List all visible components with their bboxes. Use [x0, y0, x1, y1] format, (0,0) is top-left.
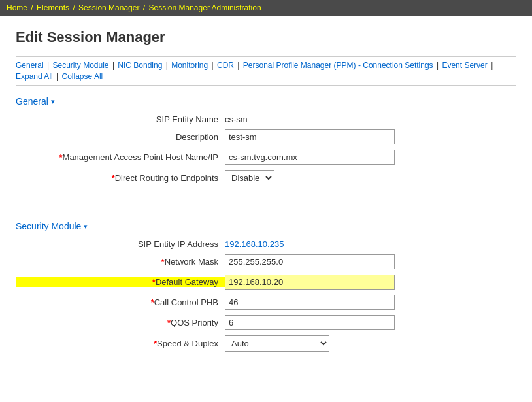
sip-entity-name-row: SIP Entity Name cs-sm	[16, 114, 516, 124]
speed-duplex-row: *Speed & Duplex Auto 10 Mbps Half Duplex…	[16, 335, 516, 352]
description-row: Description	[16, 129, 516, 144]
network-mask-row: *Network Mask	[16, 254, 516, 269]
breadcrumb-sep-1: /	[31, 3, 35, 12]
general-section: General ▾ SIP Entity Name cs-sm Descript…	[16, 96, 516, 205]
breadcrumb-session-manager[interactable]: Session Manager	[78, 3, 139, 12]
security-module-section: Security Module ▾ SIP Entity IP Address …	[16, 221, 516, 352]
nav-general[interactable]: General	[16, 61, 44, 70]
qos-priority-input[interactable]	[225, 315, 395, 330]
speed-duplex-label: *Speed & Duplex	[16, 339, 225, 348]
management-input[interactable]	[225, 150, 395, 165]
management-row: *Management Access Point Host Name/IP	[16, 150, 516, 165]
call-control-row: *Call Control PHB	[16, 295, 516, 310]
qos-priority-row: *QOS Priority	[16, 315, 516, 330]
nav-monitoring[interactable]: Monitoring	[171, 61, 208, 70]
page-title: Edit Session Manager	[16, 29, 516, 46]
security-collapse-icon: ▾	[84, 222, 88, 231]
qos-priority-label: *QOS Priority	[16, 318, 225, 327]
nav-nic-bonding[interactable]: NIC Bonding	[118, 61, 162, 70]
breadcrumb-admin[interactable]: Session Manager Administration	[148, 3, 261, 12]
nav-cdr[interactable]: CDR	[217, 61, 234, 70]
page-content: Edit Session Manager General | Security …	[0, 16, 532, 370]
breadcrumb-sep-2: /	[73, 3, 77, 12]
description-label: Description	[16, 132, 225, 142]
nav-collapse-all[interactable]: Collapse All	[62, 72, 103, 81]
nav-expand-all[interactable]: Expand All	[16, 72, 53, 81]
call-control-input[interactable]	[225, 295, 395, 310]
direct-routing-label: *Direct Routing to Endpoints	[16, 173, 225, 183]
security-title: Security Module	[16, 221, 81, 231]
security-section-header[interactable]: Security Module ▾	[16, 221, 516, 231]
breadcrumb-sep-3: /	[143, 3, 148, 12]
default-gateway-label: *Default Gateway	[16, 277, 225, 287]
speed-duplex-select[interactable]: Auto 10 Mbps Half Duplex 10 Mbps Full Du…	[225, 335, 329, 352]
direct-routing-select[interactable]: Disable Enable	[225, 170, 274, 186]
sip-entity-name-label: SIP Entity Name	[16, 114, 225, 124]
nav-links-row1: General | Security Module | NIC Bonding …	[16, 61, 516, 70]
sip-entity-ip-label: SIP Entity IP Address	[16, 239, 225, 249]
nav-event-server[interactable]: Event Server	[442, 61, 487, 70]
call-control-label: *Call Control PHB	[16, 297, 225, 307]
sip-entity-name-value: cs-sm	[225, 114, 248, 124]
general-collapse-icon: ▾	[51, 97, 55, 106]
nav-ppm[interactable]: Personal Profile Manager (PPM) - Connect…	[243, 61, 433, 70]
breadcrumb: Home / Elements / Session Manager / Sess…	[0, 0, 532, 16]
nav-links-row2: Expand All | Collapse All	[16, 72, 516, 81]
breadcrumb-home[interactable]: Home	[7, 3, 27, 12]
breadcrumb-elements[interactable]: Elements	[37, 3, 69, 12]
default-gateway-input[interactable]	[225, 275, 395, 290]
default-gateway-row: *Default Gateway	[16, 275, 516, 290]
general-title: General	[16, 96, 48, 107]
nav-security-module[interactable]: Security Module	[53, 61, 109, 70]
sip-entity-ip-row: SIP Entity IP Address 192.168.10.235	[16, 239, 516, 249]
network-mask-input[interactable]	[225, 254, 395, 269]
general-section-header[interactable]: General ▾	[16, 96, 516, 107]
network-mask-label: *Network Mask	[16, 257, 225, 267]
nav-links: General | Security Module | NIC Bonding …	[16, 56, 516, 86]
description-input[interactable]	[225, 129, 395, 144]
direct-routing-row: *Direct Routing to Endpoints Disable Ena…	[16, 170, 516, 186]
management-label: *Management Access Point Host Name/IP	[16, 152, 225, 162]
sip-entity-ip-value: 192.168.10.235	[225, 239, 284, 249]
